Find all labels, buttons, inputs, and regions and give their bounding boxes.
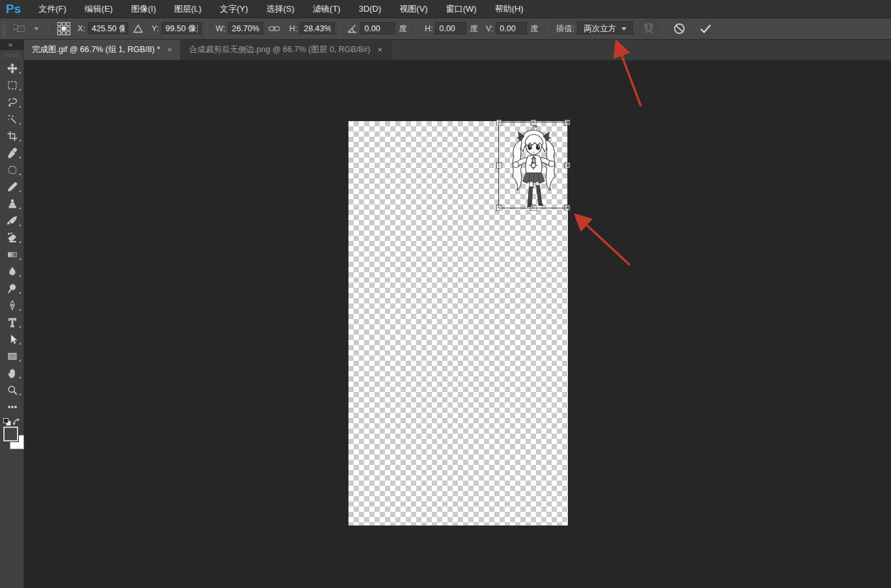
rotation-input[interactable] [360,22,395,36]
y-position-input[interactable] [162,22,202,36]
separator [662,20,663,37]
tool-clone-stamp[interactable] [0,195,24,212]
close-icon[interactable]: × [167,46,173,54]
document-tab-bar: 完成图.gif @ 66.7% (组 1, RGB/8) * × 合成裁剪后无侧… [24,40,891,61]
tool-dodge[interactable] [0,280,24,297]
y-label: Y: [152,24,159,33]
tab-title: 完成图.gif @ 66.7% (组 1, RGB/8) * [32,44,160,55]
photoshop-logo: Ps [0,0,29,18]
menu-view[interactable]: 视图(V) [390,0,436,18]
transform-handle-top-middle[interactable] [531,120,535,125]
width-label: W: [216,24,225,33]
menu-layer[interactable]: 图层(L) [165,0,210,18]
tool-gradient[interactable] [0,246,24,263]
height-label: H: [289,24,298,33]
warp-mode-icon[interactable] [640,20,658,37]
menu-file[interactable]: 文件(F) [29,0,76,18]
transform-handle-bottom-middle[interactable] [531,206,535,210]
transform-handle-middle-left[interactable] [497,163,502,167]
transform-handle-top-left[interactable] [497,120,502,125]
menu-type[interactable]: 文字(Y) [210,0,257,18]
vertical-skew-input[interactable] [496,22,527,36]
tool-edit-toolbar[interactable] [0,399,24,415]
menu-image[interactable]: 图像(I) [122,0,165,18]
transform-handle-bottom-right[interactable] [565,206,570,210]
tool-type[interactable] [0,314,24,331]
maintain-aspect-ratio-link-icon[interactable] [266,20,283,37]
tool-lasso[interactable] [0,94,24,111]
relative-positioning-icon[interactable] [130,20,146,37]
tool-path-selection[interactable] [0,331,24,348]
rotation-unit-label: 度 [399,23,407,35]
close-icon[interactable]: × [376,46,383,54]
horizontal-skew-input[interactable] [435,22,466,36]
menu-edit[interactable]: 编辑(E) [76,0,122,18]
vskew-label: V: [486,24,493,33]
tool-history-brush[interactable] [0,212,24,229]
menu-3d[interactable]: 3D(D) [350,0,391,18]
tool-rectangle-shape[interactable] [0,348,24,365]
separator [547,20,548,37]
width-scale-input[interactable] [228,22,263,36]
screen-mode-button[interactable] [0,474,24,491]
double-chevron-icon: » [8,40,12,48]
interpolation-dropdown[interactable]: 两次立方 [577,21,633,36]
reference-point-locator-icon[interactable] [54,20,74,37]
chevron-down-icon [621,27,627,31]
commit-transform-icon[interactable] [695,20,716,37]
swap-colors-icon[interactable] [12,418,21,426]
menu-help[interactable]: 帮助(H) [486,0,533,18]
tool-move[interactable] [0,60,24,77]
x-label: X: [78,24,85,33]
x-position-input[interactable] [88,22,128,36]
transform-handle-bottom-left[interactable] [497,206,502,210]
transform-handle-middle-right[interactable] [565,163,570,167]
menu-filter[interactable]: 滤镜(T) [304,0,350,18]
quick-mask-mode-button[interactable] [0,455,24,471]
transform-options-bar: X: Y: W: H: 度 H: 度 V: 度 插值: 两次立方 [0,18,891,40]
interpolation-value: 两次立方 [584,23,616,35]
hskew-label: H: [425,24,433,33]
options-bar-grip[interactable] [2,21,7,36]
cancel-transform-icon[interactable] [670,20,688,37]
transform-reference-point[interactable] [529,161,538,170]
menu-bar: Ps 文件(F) 编辑(E) 图像(I) 图层(L) 文字(Y) 选择(S) 滤… [0,0,891,18]
foreground-color-swatch[interactable] [3,427,18,441]
transform-handle-top-right[interactable] [565,120,570,125]
tool-hand[interactable] [0,365,24,382]
color-swatch-controls [0,418,24,452]
tool-rectangular-marquee[interactable] [0,77,24,94]
tools-panel-grip[interactable] [5,52,19,59]
tool-crop[interactable] [0,128,24,145]
tool-zoom[interactable] [0,382,24,399]
separator [49,20,50,37]
separator [339,20,340,37]
tool-magic-wand[interactable] [0,111,24,128]
interpolation-label: 插值: [556,23,574,35]
tab-title: 合成裁剪后无侧边.png @ 66.7% (图层 0, RGB/8#) [189,44,370,55]
menu-window[interactable]: 窗口(W) [437,0,486,18]
tab-document-2[interactable]: 合成裁剪后无侧边.png @ 66.7% (图层 0, RGB/8#) × [180,40,391,60]
tool-blur[interactable] [0,263,24,280]
tool-pencil[interactable] [0,178,24,195]
free-transform-bounding-box[interactable] [498,122,568,208]
tool-patch[interactable] [0,161,24,178]
tools-panel [0,50,24,588]
expand-panels-button[interactable]: » [0,40,24,50]
tool-eraser[interactable] [0,229,24,246]
tool-eyedropper[interactable] [0,145,24,161]
tab-document-1[interactable]: 完成图.gif @ 66.7% (组 1, RGB/8) * × [24,40,180,60]
tool-pen[interactable] [0,297,24,314]
vskew-unit-label: 度 [530,23,539,35]
tool-preset-chevron-icon[interactable] [29,20,44,37]
menu-select[interactable]: 选择(S) [257,0,304,18]
separator [206,20,207,37]
separator [416,20,416,37]
transform-tool-icon[interactable] [10,20,29,37]
hskew-unit-label: 度 [470,23,478,35]
height-scale-input[interactable] [300,22,335,36]
default-colors-icon[interactable] [3,418,11,426]
rotation-angle-icon [345,20,360,37]
